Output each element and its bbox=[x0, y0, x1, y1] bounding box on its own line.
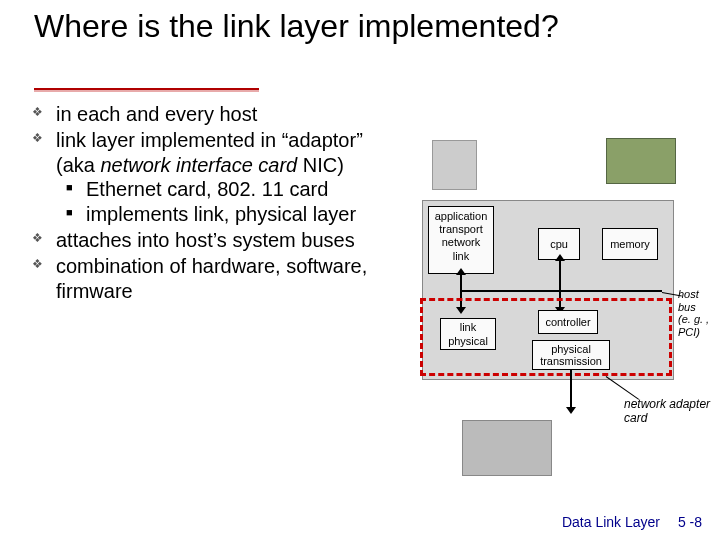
title-underline bbox=[34, 88, 259, 92]
network-adapter-card-label: network adapter card bbox=[624, 398, 710, 426]
text: physical bbox=[533, 343, 609, 355]
host-bus-line bbox=[462, 290, 662, 292]
text: bus bbox=[678, 301, 712, 314]
list-item: Ethernet card, 802. 11 card bbox=[56, 177, 385, 201]
nic-card-icon bbox=[606, 138, 676, 184]
emphasis-nic: network interface card bbox=[100, 154, 297, 176]
desktop-computer-icon bbox=[462, 420, 552, 476]
stack-layer: network bbox=[429, 236, 493, 249]
text: physical bbox=[441, 335, 495, 349]
stack-layer: link bbox=[429, 250, 493, 263]
list-item: implements link, physical layer bbox=[56, 202, 385, 226]
slide-footer: Data Link Layer 5 -8 bbox=[562, 514, 702, 530]
footer-section: Data Link Layer bbox=[562, 514, 660, 530]
link-physical-box: link physical bbox=[440, 318, 496, 350]
memory-box: memory bbox=[602, 228, 658, 260]
slide-title: Where is the link layer implemented? bbox=[0, 0, 720, 51]
physical-transmission-box: physical transmission bbox=[532, 340, 610, 370]
list-item: link layer implemented in “adaptor” (aka… bbox=[30, 128, 385, 226]
list-item: attaches into host’s system buses bbox=[30, 228, 385, 252]
controller-box: controller bbox=[538, 310, 598, 334]
host-diagram: application transport network link cpu m… bbox=[392, 120, 712, 480]
text: transmission bbox=[533, 355, 609, 367]
access-point-icon bbox=[432, 140, 477, 190]
arrow-icon bbox=[570, 370, 572, 408]
text: NIC) bbox=[297, 154, 344, 176]
text: card bbox=[624, 412, 710, 426]
stack-layer: transport bbox=[429, 223, 493, 236]
text: host bbox=[678, 288, 712, 301]
stack-layer: application bbox=[429, 210, 493, 223]
text: (e. g. , PCI) bbox=[678, 313, 712, 338]
list-item: combination of hardware, software, firmw… bbox=[30, 254, 385, 303]
footer-page: 5 -8 bbox=[678, 514, 702, 530]
list-item: in each and every host bbox=[30, 102, 385, 126]
text: network adapter bbox=[624, 398, 710, 412]
text: link bbox=[441, 321, 495, 335]
bullet-content: in each and every host link layer implem… bbox=[30, 102, 385, 305]
host-bus-label: host bus (e. g. , PCI) bbox=[678, 288, 712, 339]
protocol-stack-box: application transport network link bbox=[428, 206, 494, 274]
